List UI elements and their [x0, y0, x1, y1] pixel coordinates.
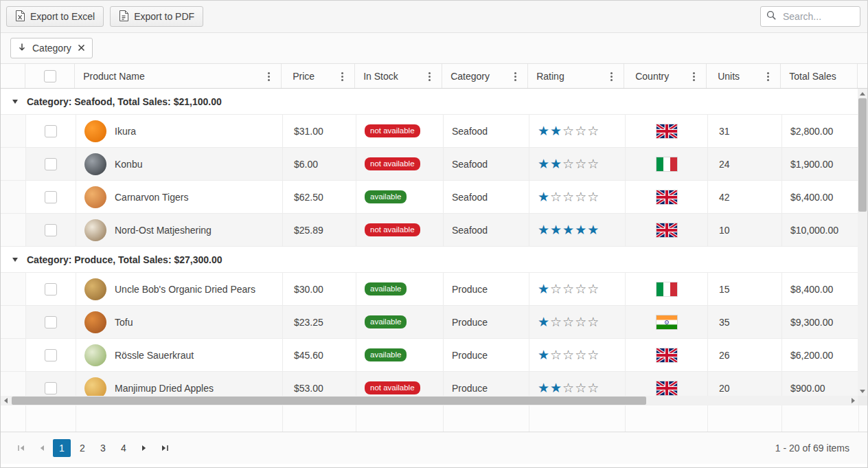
pager-page-button-2[interactable]: 2	[73, 439, 91, 457]
category-value: Produce	[452, 284, 488, 295]
pdf-file-icon	[119, 10, 129, 23]
close-icon[interactable]	[78, 43, 85, 54]
price-cell: $6.00	[283, 148, 356, 180]
rating-stars: ★★☆☆☆	[538, 157, 599, 170]
row-checkbox[interactable]	[45, 224, 57, 236]
vertical-scrollbar[interactable]	[858, 89, 867, 396]
units-value: 15	[719, 284, 730, 295]
group-indent-cell	[1, 339, 26, 371]
scroll-up-arrow-icon[interactable]	[858, 89, 867, 98]
total-sales-value: $8,400.00	[790, 284, 833, 295]
total-sales-cell: $6,200.00	[782, 339, 859, 371]
row-checkbox[interactable]	[45, 382, 57, 394]
grid-body: Category: Seafood, Total Sales: $21,100.…	[1, 89, 867, 396]
toolbar: Export to Excel Export to PDF	[1, 1, 867, 33]
category-value: Seafood	[452, 126, 488, 137]
column-header-label: In Stock	[363, 71, 398, 82]
star-empty-icon: ☆	[562, 123, 575, 138]
pager-page-button-3[interactable]: 3	[94, 439, 112, 457]
pager-page-button-1[interactable]: 1	[53, 439, 71, 457]
export-excel-button[interactable]: Export to Excel	[6, 6, 104, 27]
row-checkbox[interactable]	[45, 125, 57, 137]
stock-status-badge: not available	[365, 381, 420, 394]
product-name: Nord-Ost Matjeshering	[115, 225, 212, 236]
kebab-menu-icon[interactable]	[693, 76, 695, 78]
scroll-left-arrow-icon[interactable]	[1, 396, 10, 405]
vertical-scrollbar-thumb[interactable]	[858, 98, 867, 212]
category-cell: Seafood	[444, 148, 529, 180]
pager-next-button[interactable]	[135, 439, 153, 457]
column-header[interactable]: Rating	[528, 64, 624, 88]
pager-last-button[interactable]	[156, 439, 174, 457]
search-icon	[766, 10, 777, 23]
total-sales-value: $1,900.00	[790, 159, 833, 170]
export-pdf-button[interactable]: Export to PDF	[110, 6, 203, 27]
kebab-menu-icon[interactable]	[429, 76, 431, 78]
kebab-menu-icon[interactable]	[514, 76, 516, 78]
kebab-menu-icon[interactable]	[610, 76, 613, 78]
units-value: 20	[719, 383, 730, 394]
country-cell	[626, 372, 708, 396]
caret-down-icon[interactable]	[12, 258, 18, 262]
star-filled-icon: ★	[538, 189, 550, 204]
arrow-down-icon[interactable]	[18, 43, 26, 54]
group-chip-category[interactable]: Category	[10, 38, 93, 58]
table-row: Carnarvon Tigers $62.50 available Seafoo…	[1, 181, 859, 214]
row-checkbox[interactable]	[45, 191, 57, 203]
column-header-label: Category	[450, 71, 490, 82]
kebab-menu-icon[interactable]	[341, 76, 343, 78]
category-cell: Seafood	[444, 181, 529, 213]
country-cell	[626, 148, 708, 180]
star-empty-icon: ☆	[562, 189, 575, 204]
column-header[interactable]: Units	[707, 64, 781, 88]
in-stock-cell: available	[356, 273, 444, 305]
column-header[interactable]: Price	[282, 64, 355, 88]
scroll-down-arrow-icon[interactable]	[858, 386, 867, 396]
star-empty-icon: ☆	[575, 347, 587, 362]
country-cell	[626, 306, 708, 338]
row-checkbox[interactable]	[45, 316, 57, 328]
total-sales-cell: $9,300.00	[782, 306, 859, 338]
stock-status-badge: available	[365, 315, 407, 328]
category-value: Produce	[452, 317, 488, 328]
row-select-cell	[26, 372, 76, 396]
column-header[interactable]: In Stock	[355, 64, 442, 88]
horizontal-scrollbar-thumb[interactable]	[12, 397, 646, 405]
row-select-cell	[26, 181, 76, 213]
price-cell: $53.00	[283, 372, 356, 396]
star-filled-icon: ★	[538, 156, 550, 171]
search-input[interactable]	[781, 10, 854, 23]
country-flag-icon	[656, 190, 677, 204]
product-name-cell: Rössle Sauerkraut	[76, 339, 283, 371]
scroll-right-arrow-icon[interactable]	[848, 396, 858, 405]
kebab-menu-icon[interactable]	[268, 76, 270, 78]
stock-status-badge: available	[365, 282, 407, 296]
total-sales-value: $9,300.00	[790, 317, 833, 328]
rating-cell: ★★★★★	[529, 214, 626, 246]
column-header[interactable]: Category	[442, 64, 528, 88]
kebab-menu-icon[interactable]	[767, 76, 769, 78]
pager-page-button-4[interactable]: 4	[115, 439, 133, 457]
column-header[interactable]: Country	[624, 64, 707, 88]
column-header[interactable]: Product Name	[75, 64, 282, 88]
select-all-checkbox[interactable]	[44, 70, 56, 82]
pager-pages: 1234	[52, 439, 134, 457]
row-checkbox[interactable]	[45, 349, 57, 361]
pager: 1234 1 - 20 of 69 items	[1, 432, 867, 464]
horizontal-scrollbar[interactable]	[1, 396, 867, 405]
category-cell: Produce	[444, 306, 529, 338]
row-checkbox[interactable]	[45, 283, 57, 296]
pager-prev-button[interactable]	[32, 439, 50, 457]
star-empty-icon: ☆	[550, 314, 562, 329]
pager-first-button[interactable]	[12, 439, 30, 457]
group-indent-cell	[1, 148, 26, 180]
column-header[interactable]: Total Sales	[781, 64, 858, 88]
category-value: Seafood	[452, 192, 488, 203]
star-empty-icon: ☆	[575, 314, 587, 329]
country-flag-icon	[656, 223, 677, 237]
price-cell: $62.50	[283, 181, 356, 213]
caret-down-icon[interactable]	[12, 100, 18, 104]
total-sales-value: $2,800.00	[790, 126, 833, 137]
in-stock-cell: not available	[356, 115, 444, 147]
row-checkbox[interactable]	[45, 158, 57, 170]
